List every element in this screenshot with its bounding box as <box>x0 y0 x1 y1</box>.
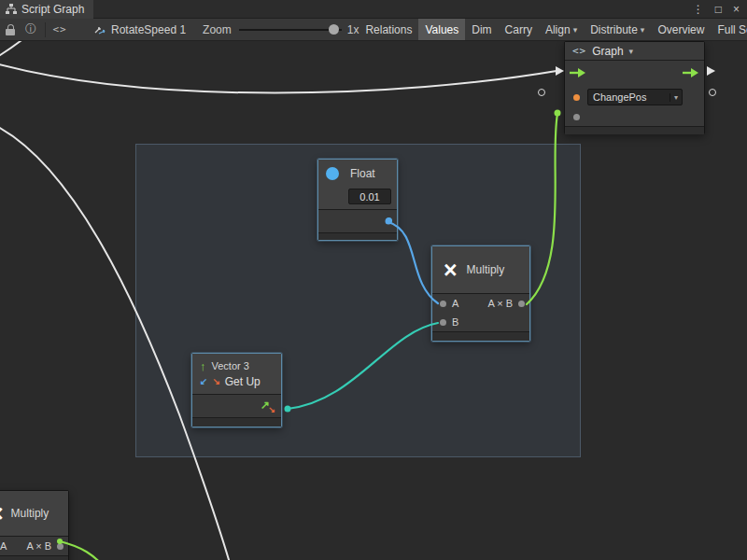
toolbar-button-values[interactable]: Values <box>418 19 465 41</box>
graph-breadcrumb[interactable]: RotateSpeed 1 <box>94 23 186 36</box>
toolbar-separator <box>45 22 46 37</box>
button-label: Align <box>545 23 571 36</box>
multiply-output-port[interactable] <box>518 301 525 307</box>
changepos-dropdown[interactable]: ChangePos ▾ <box>587 89 683 105</box>
graph-port-row <box>565 109 704 126</box>
float-type-icon <box>326 167 339 180</box>
window-controls: ⋮ □ × <box>693 3 747 16</box>
flow-connector-arrow-left <box>556 66 564 76</box>
toolbar-buttons: Relations Values Dim Carry Align▾ Distri… <box>359 19 747 41</box>
float-value-row: 0.01 <box>318 188 397 209</box>
flow-output-arrow-icon[interactable] <box>683 68 699 77</box>
multiply-icon: × <box>0 502 4 525</box>
tab-label: Script Graph <box>21 3 84 16</box>
float-node-title: Float <box>350 167 375 180</box>
graph-node-title: Graph <box>592 45 623 58</box>
toolbar-button-relations[interactable]: Relations <box>359 19 418 41</box>
zoom-label: Zoom <box>203 23 232 36</box>
vector-node-body: ↗ ↘ <box>192 395 281 417</box>
titlebar: Script Graph ⋮ □ × <box>0 0 747 19</box>
vector-output-icon[interactable]: ↗ ↘ <box>261 399 275 413</box>
toolbar-button-align[interactable]: Align▾ <box>539 19 584 41</box>
node-multiply-partial[interactable]: × Multiply A A × B <box>0 490 69 560</box>
vector-node-header: ↑ Vector 3 ↙↘ Get Up <box>192 354 281 394</box>
wire-white-top <box>0 62 557 93</box>
info-icon[interactable]: ⓘ <box>21 19 41 41</box>
node-vector3-get-up[interactable]: ↑ Vector 3 ↙↘ Get Up ↗ ↘ <box>191 353 282 427</box>
zoom-slider[interactable] <box>239 19 342 41</box>
graph-node-header[interactable]: <> Graph ▾ <box>565 42 704 61</box>
graph-flow-row <box>565 61 704 85</box>
zoom-value: 1x <box>347 23 359 36</box>
vector-node-subtitle: Get Up <box>225 375 261 388</box>
multiply-port-row-b: B <box>432 313 529 331</box>
up-arrow-icon: ↑ <box>200 360 206 372</box>
graph-name: RotateSpeed 1 <box>111 23 186 36</box>
toolbar-button-overview[interactable]: Overview <box>651 19 711 41</box>
button-label: Values <box>425 23 458 36</box>
output-label: A × B <box>26 540 51 552</box>
float-node-body <box>318 210 397 232</box>
arrow-down-left-icon: ↙ <box>200 377 207 386</box>
machine-icon <box>94 24 106 35</box>
tab-script-graph[interactable]: Script Graph <box>0 0 93 19</box>
button-label: Overview <box>657 23 704 36</box>
multiply-input-b-port[interactable] <box>440 319 446 326</box>
zoom-track <box>239 29 342 31</box>
multiply-partial-header: × Multiply <box>0 491 68 536</box>
multiply-node-header: × Multiply <box>432 246 529 293</box>
toolbar-button-distribute[interactable]: Distribute▾ <box>584 19 651 41</box>
chevron-down-icon: ▾ <box>641 25 645 35</box>
port-a-label: A <box>0 540 7 552</box>
wire-white-corner <box>0 41 35 60</box>
multiply-partial-port-row-a: A A × B <box>0 537 68 555</box>
flow-input-arrow-icon[interactable] <box>570 68 586 77</box>
float-value-field[interactable]: 0.01 <box>348 189 391 204</box>
port-b-label: B <box>452 316 458 328</box>
graph-value-row: ChangePos ▾ <box>565 85 704 109</box>
float-output-port[interactable] <box>386 217 392 224</box>
node-multiply[interactable]: × Multiply A A × B B <box>431 245 530 342</box>
graph-secondary-port[interactable] <box>573 114 580 120</box>
arrow-down-right-icon: ↘ <box>212 377 219 386</box>
chevron-down-icon: ▾ <box>669 93 682 102</box>
lock-icon[interactable] <box>0 19 21 41</box>
unconnected-port-circle-right[interactable] <box>709 89 716 96</box>
button-label: Full Screen <box>717 23 747 36</box>
unconnected-port-circle-left[interactable] <box>538 89 545 96</box>
multiply-node-title: Multiply <box>467 263 505 276</box>
port-a-label: A <box>452 298 458 309</box>
vector-node-title: Vector 3 <box>212 360 249 371</box>
toolbar-button-dim[interactable]: Dim <box>465 19 498 41</box>
flow-connector-arrow-right <box>707 66 715 76</box>
wire-endpoint-green <box>555 110 561 117</box>
graph-code-icon: <> <box>572 45 586 57</box>
float-node-header: Float <box>318 160 397 188</box>
toolbar-button-carry[interactable]: Carry <box>499 19 539 41</box>
multiply-port-row-a: A A × B <box>432 294 529 313</box>
button-label: Relations <box>365 23 412 36</box>
button-label: Dim <box>472 23 491 36</box>
window-menu-icon[interactable]: ⋮ <box>693 3 704 16</box>
node-graph-changepos[interactable]: <> Graph ▾ ChangePos ▾ <box>564 41 705 134</box>
multiply-icon: × <box>444 259 458 282</box>
graph-input-port[interactable] <box>573 94 580 101</box>
node-float[interactable]: Float 0.01 <box>317 159 398 241</box>
zoom-handle[interactable] <box>329 24 339 35</box>
chevron-down-icon: ▾ <box>573 25 578 35</box>
multiply-node-title: Multiply <box>11 507 49 520</box>
multiply-input-a-port[interactable] <box>440 301 446 307</box>
toolbar: ⓘ <> RotateSpeed 1 Zoom 1x Relations Val… <box>0 19 747 41</box>
script-graph-icon <box>6 4 17 15</box>
toolbar-button-fullscreen[interactable]: Full Screen <box>711 19 747 41</box>
output-label: A × B <box>487 298 513 309</box>
dropdown-value: ChangePos <box>588 91 669 103</box>
maximize-icon[interactable]: □ <box>715 3 722 16</box>
edit-code-icon[interactable]: <> <box>49 19 70 41</box>
multiply-output-port[interactable] <box>57 543 63 550</box>
chevron-down-icon: ▾ <box>629 47 634 56</box>
close-icon[interactable]: × <box>733 3 740 16</box>
button-label: Distribute <box>590 23 638 36</box>
button-label: Carry <box>505 23 532 36</box>
graph-canvas[interactable]: Float 0.01 × Multiply A A × B B <box>0 41 747 560</box>
